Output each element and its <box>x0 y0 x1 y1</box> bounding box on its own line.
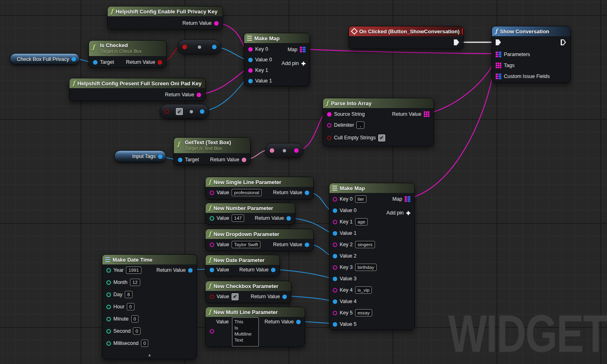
node-make-map-1[interactable]: Make Map Key 0 Value 0 Key 1 Value 1 Map… <box>244 33 310 86</box>
return-value-pin[interactable] <box>286 216 291 221</box>
node-new-single-line-parameter[interactable]: ƒ New Single Line Parameter Value profes… <box>205 177 314 199</box>
node-helpshift-present-full-screen-key[interactable]: ƒ Helpshift Config Present Full Screen O… <box>69 78 206 101</box>
output-pin[interactable] <box>72 57 76 61</box>
key5-field[interactable]: essay <box>355 309 372 316</box>
minute-field[interactable]: 0 <box>131 315 139 323</box>
node-new-checkbox-parameter[interactable]: ƒ New Checkbox Parameter Value ✔ Return … <box>205 281 291 303</box>
map-output-pin[interactable] <box>300 47 306 52</box>
value-pin[interactable] <box>210 268 214 272</box>
value0-pin[interactable] <box>333 208 337 213</box>
add-pin-button[interactable]: ✚ <box>301 61 306 67</box>
second-field[interactable]: 0 <box>133 327 140 335</box>
exec-out-pin[interactable] <box>454 39 459 46</box>
node-show-conversation[interactable]: ƒ Show Conversation Parameters Tags Cust… <box>492 26 571 83</box>
node-new-multi-line-parameter[interactable]: ƒ New Multi Line Parameter Value This Is… <box>205 307 305 347</box>
value-pin[interactable] <box>210 191 214 195</box>
node-helpshift-enable-full-privacy-key[interactable]: ƒ Helpshift Config Enable Full Privacy K… <box>107 6 223 30</box>
source-string-pin[interactable] <box>327 112 332 117</box>
collapse-toggle[interactable]: ▲ <box>102 353 197 357</box>
target-pin[interactable] <box>93 60 98 65</box>
output-pin[interactable] <box>200 109 204 114</box>
delimiter-field[interactable]: , <box>356 121 364 129</box>
value4-pin[interactable] <box>333 299 337 304</box>
value1-pin[interactable] <box>333 231 337 236</box>
key1-pin[interactable] <box>248 68 253 73</box>
graph-canvas[interactable]: WIDGET <box>0 0 607 364</box>
return-value-pin[interactable] <box>197 93 201 97</box>
key3-field[interactable]: birthday <box>355 264 377 271</box>
input-pin[interactable] <box>165 109 169 114</box>
return-value-pin[interactable] <box>296 320 301 324</box>
key0-pin[interactable] <box>333 197 337 202</box>
node-text-to-string-conversion[interactable] <box>265 143 304 158</box>
advanced-pin[interactable] <box>190 110 193 113</box>
node-parse-into-array[interactable]: ƒ Parse Into Array Source String Delimit… <box>323 98 434 146</box>
exec-in-pin[interactable] <box>496 39 501 46</box>
return-value-pin[interactable] <box>188 268 193 273</box>
advanced-pin[interactable] <box>283 149 286 152</box>
output-pin[interactable] <box>158 154 163 159</box>
key4-field[interactable]: is_vip <box>355 286 372 294</box>
key2-pin[interactable] <box>333 243 337 247</box>
key4-pin[interactable] <box>333 288 337 292</box>
map-output-pin[interactable] <box>405 196 410 202</box>
bool-checkbox[interactable]: ✔ <box>176 108 183 115</box>
return-value-pin[interactable] <box>424 111 429 117</box>
node-variable-input-tags[interactable]: Input Tags <box>114 150 166 162</box>
return-value-pin[interactable] <box>242 158 246 162</box>
value0-pin[interactable] <box>248 58 253 62</box>
node-bool-conversion[interactable] <box>178 39 221 54</box>
tags-pin[interactable] <box>496 63 501 68</box>
output-pin[interactable] <box>294 148 299 153</box>
output-pin[interactable] <box>212 45 217 49</box>
node-variable-check-box-full-privacy[interactable]: Check Box Full Privacy <box>10 53 80 65</box>
value3-pin[interactable] <box>333 277 337 281</box>
key0-pin[interactable] <box>248 47 253 52</box>
day-field[interactable]: 8 <box>125 291 132 298</box>
value-pin[interactable] <box>210 295 214 299</box>
value-pin[interactable] <box>210 329 214 334</box>
custom-issue-fields-pin[interactable] <box>496 74 501 79</box>
return-value-pin[interactable] <box>305 191 309 195</box>
year-pin[interactable] <box>106 268 111 273</box>
return-value-pin[interactable] <box>158 60 162 65</box>
node-bool-conversion-2[interactable]: ✔ <box>160 104 209 119</box>
month-pin[interactable] <box>106 280 111 285</box>
exec-out-pin[interactable] <box>561 39 566 46</box>
key2-field[interactable]: singers <box>355 241 375 248</box>
key3-pin[interactable] <box>333 265 337 270</box>
add-pin-button[interactable]: ✚ <box>406 210 410 216</box>
return-value-pin[interactable] <box>271 268 275 272</box>
minute-pin[interactable] <box>106 317 111 321</box>
node-new-date-parameter[interactable]: ƒ New Date Parameter Value Return Value <box>205 255 280 276</box>
key1-field[interactable]: age <box>355 218 368 225</box>
delimiter-pin[interactable] <box>327 123 332 128</box>
cull-empty-strings-pin[interactable] <box>327 136 332 140</box>
value1-pin[interactable] <box>248 79 253 83</box>
millisecond-pin[interactable] <box>106 341 111 346</box>
value-field[interactable]: professional <box>232 189 262 196</box>
value-field[interactable]: Taylor Swift <box>232 241 260 248</box>
node-get-text[interactable]: ƒ GetText (Text Box) Target is Text Box … <box>173 137 251 165</box>
node-is-checked[interactable]: ƒ Is Checked Target is Check Box Target … <box>89 40 167 68</box>
node-new-number-parameter[interactable]: ƒ New Number Parameter Value 147 Return … <box>205 203 295 225</box>
node-on-clicked-event[interactable]: On Clicked (Button_ShowConversation) <box>349 26 464 49</box>
value2-pin[interactable] <box>333 254 337 258</box>
multiline-value-field[interactable]: This Is Multiline Text <box>232 317 259 347</box>
return-value-pin[interactable] <box>214 21 219 26</box>
return-value-pin[interactable] <box>305 243 309 247</box>
value-field[interactable]: 147 <box>232 214 244 222</box>
second-pin[interactable] <box>106 329 111 334</box>
advanced-pin[interactable] <box>198 46 201 49</box>
node-make-map-2[interactable]: Make Map Key 0 tier Value 0 Key 1 age Va… <box>329 183 415 330</box>
hour-field[interactable]: 0 <box>127 303 134 310</box>
month-field[interactable]: 12 <box>130 279 140 286</box>
value5-pin[interactable] <box>333 322 337 327</box>
day-pin[interactable] <box>106 292 111 297</box>
year-field[interactable]: 1991 <box>126 266 141 274</box>
cull-checkbox[interactable]: ✔ <box>378 134 385 141</box>
hour-pin[interactable] <box>106 305 111 309</box>
input-pin[interactable] <box>270 148 274 153</box>
value-checkbox[interactable]: ✔ <box>232 293 238 300</box>
node-make-date-time[interactable]: Make Date Time Year 1991 Month 12 Day 8 … <box>102 254 197 359</box>
